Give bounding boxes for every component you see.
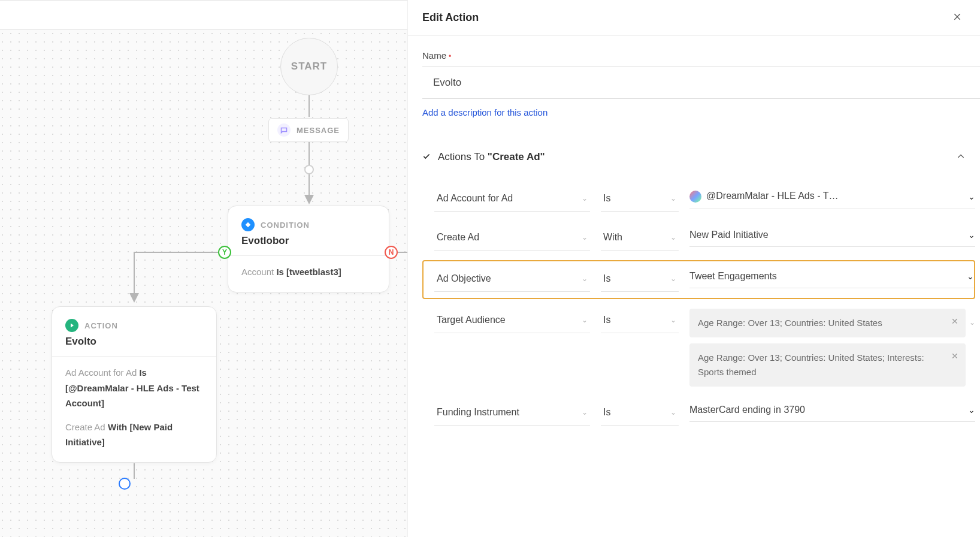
- audience-tags: Age Range: Over 13; Countries: United St…: [689, 309, 966, 387]
- chevron-down-icon: ⌄: [670, 233, 676, 242]
- chevron-down-icon: ⌄: [582, 274, 588, 283]
- condition-no-badge[interactable]: N: [385, 246, 398, 259]
- chevron-down-icon: ⌄: [670, 194, 676, 203]
- operator-select[interactable]: With⌄: [601, 226, 679, 251]
- name-label: Name•: [422, 50, 980, 61]
- condition-node[interactable]: CONDITION Evotlobor Account Is [tweetbla…: [228, 206, 389, 292]
- chevron-down-icon: ⌄: [670, 274, 676, 283]
- field-select[interactable]: Funding Instrument⌄: [434, 401, 590, 426]
- actions-section-header[interactable]: Actions To "Create Ad": [422, 151, 980, 163]
- action-title: Evolto: [65, 336, 203, 348]
- row-funding-instrument: Funding Instrument⌄ Is⌄ MasterCard endin…: [422, 394, 975, 433]
- row-ad-account: Ad Account for Ad⌄ Is⌄ @DreamMalar - HLE…: [422, 180, 975, 219]
- audience-tag[interactable]: Age Range: Over 13; Countries: United St…: [689, 309, 966, 337]
- audience-value-select[interactable]: ⌄: [969, 309, 975, 327]
- message-label: MESSAGE: [297, 126, 340, 135]
- field-select[interactable]: Ad Account for Ad⌄: [434, 187, 590, 212]
- name-input[interactable]: [422, 67, 980, 99]
- chevron-down-icon: ⌄: [968, 192, 975, 201]
- action-type-label: ACTION: [84, 321, 118, 330]
- audience-tag[interactable]: Age Range: Over 13; Countries: United St…: [689, 343, 966, 387]
- field-select[interactable]: Create Ad⌄: [434, 226, 590, 251]
- operator-select[interactable]: Is⌄: [601, 187, 679, 212]
- operator-select[interactable]: Is⌄: [601, 267, 679, 292]
- condition-yes-badge[interactable]: Y: [218, 246, 231, 259]
- row-ad-objective: Ad Objective⌄ Is⌄ Tweet Engagements⌄: [422, 260, 975, 299]
- close-button[interactable]: [949, 7, 966, 28]
- edit-action-panel: Edit Action Name• Add a description for …: [407, 0, 980, 537]
- action-output-handle[interactable]: [119, 478, 131, 490]
- chevron-down-icon: ⌄: [670, 408, 676, 417]
- close-icon: [952, 12, 962, 22]
- chevron-down-icon: ⌄: [582, 316, 588, 324]
- value-select[interactable]: New Paid Initiative⌄: [689, 226, 975, 247]
- condition-body: Account Is [tweetblast3]: [241, 264, 376, 280]
- row-create-ad: Create Ad⌄ With⌄ New Paid Initiative⌄: [422, 219, 975, 258]
- check-icon: [422, 152, 431, 162]
- action-rows: Ad Account for Ad⌄ Is⌄ @DreamMalar - HLE…: [422, 180, 980, 433]
- field-select[interactable]: Ad Objective⌄: [434, 267, 590, 292]
- start-label: START: [291, 61, 327, 73]
- condition-icon: [241, 218, 255, 231]
- connector-dot[interactable]: [304, 165, 314, 174]
- actions-section-title: Actions To "Create Ad": [438, 151, 545, 163]
- chevron-down-icon: ⌄: [968, 230, 975, 240]
- operator-select[interactable]: Is⌄: [601, 401, 679, 426]
- chevron-down-icon: ⌄: [582, 233, 588, 242]
- remove-tag-button[interactable]: ✕: [951, 349, 958, 363]
- field-select[interactable]: Target Audience⌄: [434, 309, 590, 333]
- action-node[interactable]: ACTION Evolto Ad Account for Ad Is [@Dre…: [52, 306, 217, 463]
- panel-title: Edit Action: [422, 11, 479, 24]
- row-target-audience: Target Audience⌄ Is⌄ Age Range: Over 13;…: [422, 301, 975, 394]
- action-icon: [65, 319, 78, 332]
- condition-type-label: CONDITION: [261, 221, 310, 230]
- value-select[interactable]: @DreamMalar - HLE Ads - T…⌄: [689, 187, 975, 209]
- chevron-down-icon: ⌄: [967, 271, 974, 281]
- operator-select[interactable]: Is⌄: [601, 309, 679, 333]
- add-description-link[interactable]: Add a description for this action: [422, 107, 548, 117]
- action-body: Ad Account for Ad Is [@DreamMalar - HLE …: [65, 365, 203, 450]
- chevron-up-icon: [956, 152, 966, 163]
- condition-title: Evotlobor: [241, 235, 376, 247]
- svg-rect-5: [246, 222, 250, 227]
- message-node[interactable]: MESSAGE: [268, 118, 349, 142]
- workflow-canvas[interactable]: START MESSAGE CONDITION Evotlobor Accoun…: [0, 0, 407, 537]
- value-select[interactable]: Tweet Engagements⌄: [689, 267, 974, 288]
- chevron-down-icon: ⌄: [968, 405, 975, 415]
- start-node[interactable]: START: [280, 38, 338, 95]
- chevron-down-icon: ⌄: [582, 408, 588, 417]
- message-icon: [277, 123, 291, 137]
- remove-tag-button[interactable]: ✕: [951, 315, 958, 328]
- value-select[interactable]: MasterCard ending in 3790⌄: [689, 401, 975, 422]
- required-indicator: •: [449, 52, 451, 61]
- chevron-down-icon: ⌄: [582, 194, 588, 203]
- chevron-down-icon: ⌄: [670, 316, 676, 324]
